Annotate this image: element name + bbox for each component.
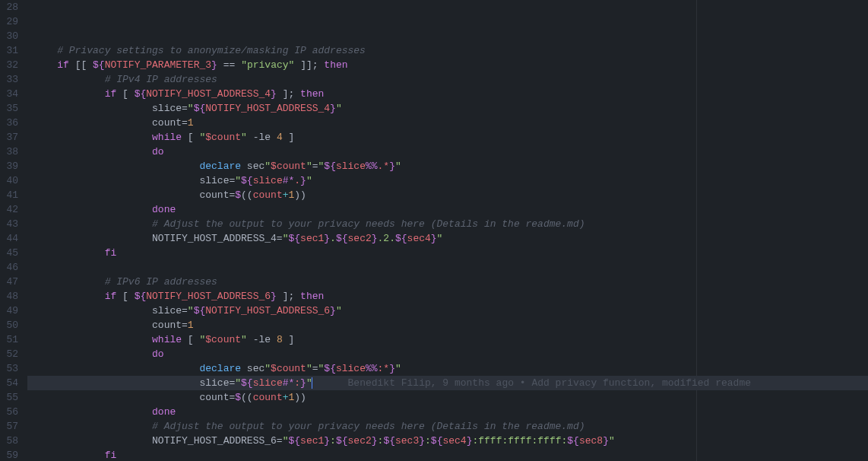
token-keyword: if <box>105 88 117 100</box>
line-number: 38 <box>6 145 18 159</box>
token-variable: sec3 <box>395 435 419 447</box>
token-plain: )) <box>294 392 306 403</box>
line-number: 55 <box>6 390 18 405</box>
line-number: 49 <box>6 304 18 318</box>
code-line[interactable]: count=$((count+1)) <box>27 390 868 405</box>
line-number: 30 <box>6 29 18 43</box>
code-line[interactable]: done <box>27 202 868 217</box>
code-line[interactable]: declare sec"$count"="${slice%%.*}" <box>27 159 868 173</box>
token-keyword: } <box>330 103 336 114</box>
token-operator: + <box>283 189 289 201</box>
token-keyword: ${ <box>567 435 579 447</box>
token-func: declare <box>199 363 241 374</box>
token-keyword: ${ <box>395 233 407 244</box>
token-keyword: $ <box>235 189 241 201</box>
code-line[interactable]: slice="${slice#*:}" Benedikt Filip, 9 mo… <box>27 376 868 390</box>
token-variable: sec2 <box>348 233 372 244</box>
token-string: " <box>241 334 247 345</box>
token-variable: :* <box>378 363 390 374</box>
token-plain: [ <box>182 132 199 143</box>
code-editor[interactable]: 2829303132333435363738394041424344454647… <box>0 0 868 461</box>
code-line[interactable]: count=1 <box>27 318 868 332</box>
token-variable: slice <box>336 161 366 172</box>
token-plain <box>33 363 199 374</box>
line-number: 34 <box>6 87 18 101</box>
token-string: " <box>395 161 401 172</box>
token-plain: ]]; <box>294 59 324 71</box>
code-line[interactable]: count=$((count+1)) <box>27 188 868 202</box>
token-string: " <box>241 132 247 143</box>
token-plain: count= <box>33 320 188 331</box>
line-number: 43 <box>6 217 18 231</box>
code-line[interactable]: do <box>27 347 868 361</box>
token-keyword: do <box>152 146 164 157</box>
token-plain: slice= <box>33 103 188 114</box>
token-keyword: done <box>152 204 176 215</box>
token-keyword: while <box>152 132 182 143</box>
code-line[interactable]: done <box>27 405 868 419</box>
code-line[interactable]: # Privacy settings to anonymize/masking … <box>27 43 868 58</box>
token-variable: : <box>294 377 300 389</box>
code-line[interactable]: # IPv6 IP addresses <box>27 275 868 289</box>
line-number: 53 <box>6 361 18 376</box>
code-line[interactable]: slice="${NOTIFY_HOST_ADDRESS_6}" <box>27 304 868 318</box>
code-line[interactable]: if [ ${NOTIFY_HOST_ADDRESS_6} ]; then <box>27 289 868 304</box>
token-plain: = <box>312 363 318 374</box>
code-line[interactable]: count=1 <box>27 116 868 130</box>
token-plain: [ <box>182 334 199 345</box>
code-line[interactable]: NOTIFY_HOST_ADDRESS_6="${sec1}:${sec2}:$… <box>27 434 868 448</box>
token-plain: (( <box>241 189 253 201</box>
token-keyword: if <box>105 291 117 302</box>
token-variable: sec1 <box>300 233 324 244</box>
code-line[interactable]: declare sec"$count"="${slice%%:*}" <box>27 361 868 376</box>
code-line[interactable]: # IPv4 IP addresses <box>27 72 868 87</box>
token-string: " <box>437 233 443 244</box>
token-variable: NOTIFY_PARAMETER_3 <box>105 59 211 71</box>
token-variable: $count <box>271 161 306 172</box>
token-variable: sec4 <box>442 435 466 447</box>
token-keyword: ${ <box>135 291 147 302</box>
token-variable: count <box>253 392 283 403</box>
code-area[interactable]: # Privacy settings to anonymize/masking … <box>27 0 868 461</box>
token-plain <box>33 421 152 432</box>
line-number: 42 <box>6 202 18 217</box>
line-number: 56 <box>6 405 18 419</box>
token-plain: [ <box>116 291 134 302</box>
token-plain <box>33 348 152 360</box>
code-line[interactable] <box>27 260 868 275</box>
token-keyword: while <box>152 334 182 345</box>
code-line[interactable]: if [[ ${NOTIFY_PARAMETER_3} == "privacy"… <box>27 58 868 72</box>
code-line[interactable]: while [ "$count" -le 8 ] <box>27 332 868 347</box>
line-number: 39 <box>6 159 18 173</box>
code-line[interactable]: if [ ${NOTIFY_HOST_ADDRESS_4} ]; then <box>27 87 868 101</box>
token-number: 1 <box>188 320 194 331</box>
code-line[interactable]: NOTIFY_HOST_ADDRESS_4="${sec1}.${sec2}.2… <box>27 231 868 246</box>
token-plain: NOTIFY_HOST_ADDRESS_6= <box>33 435 283 447</box>
token-string: :ffff:ffff:ffff: <box>472 435 567 447</box>
token-keyword: } <box>372 435 378 447</box>
code-line[interactable]: while [ "$count" -le 4 ] <box>27 130 868 145</box>
token-keyword: } <box>300 377 306 389</box>
code-line[interactable]: do <box>27 145 868 159</box>
token-string: " <box>306 363 312 374</box>
line-number: 59 <box>6 448 18 461</box>
code-line[interactable]: # Adjust the output to your privacy need… <box>27 217 868 231</box>
line-number: 51 <box>6 332 18 347</box>
token-variable: slice <box>253 175 283 186</box>
code-line[interactable]: fi <box>27 246 868 260</box>
token-keyword: ${ <box>93 59 105 71</box>
code-line[interactable]: fi <box>27 448 868 461</box>
token-variable: $count <box>205 334 241 345</box>
line-number: 41 <box>6 188 18 202</box>
token-keyword: ${ <box>431 435 443 447</box>
code-line[interactable]: slice="${slice#*.}" <box>27 173 868 188</box>
token-plain: = <box>312 161 318 172</box>
token-keyword: %% <box>366 363 378 374</box>
token-keyword: } <box>372 233 378 244</box>
token-variable: NOTIFY_HOST_ADDRESS_4 <box>205 103 330 114</box>
token-keyword: #* <box>283 377 295 389</box>
token-string: " <box>235 175 241 186</box>
code-line[interactable]: slice="${NOTIFY_HOST_ADDRESS_4}" <box>27 101 868 116</box>
code-line[interactable]: # Adjust the output to your privacy need… <box>27 419 868 434</box>
token-plain <box>33 74 105 85</box>
